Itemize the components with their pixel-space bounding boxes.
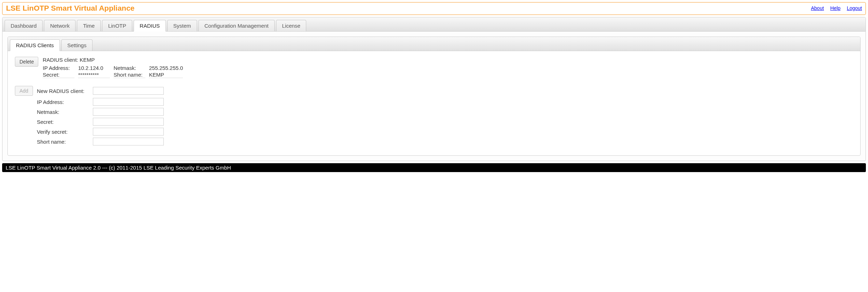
delete-button[interactable]: Delete xyxy=(15,57,38,67)
add-button[interactable]: Add xyxy=(15,86,33,96)
new-client-name-input[interactable] xyxy=(93,87,164,95)
client-ip-value: 10.2.124.0 xyxy=(78,65,110,71)
about-link[interactable]: About xyxy=(811,5,824,11)
tab-linotp[interactable]: LinOTP xyxy=(102,20,132,31)
verify-secret-input[interactable] xyxy=(93,128,164,136)
client-title-prefix: RADIUS client: xyxy=(43,57,79,63)
client-shortname-value: KEMP xyxy=(149,72,183,78)
ip-address-input[interactable] xyxy=(93,98,164,106)
header-links: About Help Logout xyxy=(806,5,862,11)
form-shortname-label: Short name: xyxy=(37,139,90,145)
client-netmask-value: 255.255.255.0 xyxy=(149,65,183,71)
form-verify-label: Verify secret: xyxy=(37,129,90,135)
tab-radius[interactable]: RADIUS xyxy=(134,20,166,32)
client-secret-label: Secret: xyxy=(43,72,74,78)
secret-input[interactable] xyxy=(93,118,164,126)
tab-license[interactable]: License xyxy=(276,20,307,31)
page-title: LSE LinOTP Smart Virtual Appliance xyxy=(6,4,135,12)
client-shortname-label: Short name: xyxy=(113,72,145,78)
tab-content: RADIUS Clients Settings Delete RADIUS cl… xyxy=(2,32,866,161)
client-info: RADIUS client: KEMP IP Address: 10.2.124… xyxy=(43,57,183,78)
inner-tabbar: RADIUS Clients Settings xyxy=(8,37,860,51)
header: LSE LinOTP Smart Virtual Appliance About… xyxy=(2,2,866,15)
help-link[interactable]: Help xyxy=(830,5,840,11)
client-details: IP Address: 10.2.124.0 Netmask: 255.255.… xyxy=(43,65,183,78)
tab-time[interactable]: Time xyxy=(77,20,101,31)
inner-content: Delete RADIUS client: KEMP IP Address: 1… xyxy=(8,51,860,155)
client-title: RADIUS client: KEMP xyxy=(43,57,183,63)
client-secret-value: ********** xyxy=(78,72,110,78)
logout-link[interactable]: Logout xyxy=(847,5,862,11)
tab-dashboard[interactable]: Dashboard xyxy=(5,20,43,31)
client-name: KEMP xyxy=(80,57,95,63)
new-client-label: New RADIUS client: xyxy=(37,88,90,94)
inner-tab-radius-clients[interactable]: RADIUS Clients xyxy=(10,39,60,51)
new-client-form: Add New RADIUS client: IP Address: Netma… xyxy=(15,86,853,145)
client-netmask-label: Netmask: xyxy=(113,65,145,71)
tab-config-management[interactable]: Configuration Management xyxy=(198,20,275,31)
client-ip-label: IP Address: xyxy=(43,65,74,71)
main-panel: Dashboard Network Time LinOTP RADIUS Sys… xyxy=(2,17,866,161)
inner-tab-settings[interactable]: Settings xyxy=(61,39,93,51)
form-netmask-label: Netmask: xyxy=(37,109,90,115)
tab-system[interactable]: System xyxy=(167,20,197,31)
shortname-input[interactable] xyxy=(93,138,164,145)
tab-network[interactable]: Network xyxy=(44,20,75,31)
inner-panel: RADIUS Clients Settings Delete RADIUS cl… xyxy=(7,37,861,156)
footer: LSE LinOTP Smart Virtual Appliance 2.0 -… xyxy=(2,163,866,172)
netmask-input[interactable] xyxy=(93,108,164,116)
form-ip-label: IP Address: xyxy=(37,99,90,105)
form-secret-label: Secret: xyxy=(37,119,90,125)
existing-client-block: Delete RADIUS client: KEMP IP Address: 1… xyxy=(15,57,853,78)
main-tabbar: Dashboard Network Time LinOTP RADIUS Sys… xyxy=(2,17,866,32)
